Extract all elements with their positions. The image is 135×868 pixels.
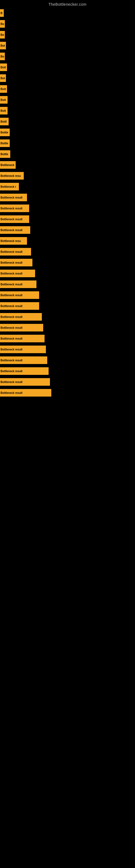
bar-item: Bottleneck result [0, 270, 35, 277]
bar-item: Bot [0, 42, 6, 50]
bar-item: Bottleneck result [0, 389, 51, 397]
bar-label: Bottleneck result [1, 294, 22, 297]
bar-item: Bottle [0, 129, 10, 136]
bar-row: Bottle [0, 127, 135, 138]
bar-label: Bottleneck result [1, 272, 22, 275]
bar-item: Bottleneck result [0, 226, 30, 234]
bar-label: Bottleneck result [1, 283, 22, 286]
bar-item: Bottleneck result [0, 335, 45, 342]
bar-label: Bottleneck result [1, 348, 22, 351]
bar-row: Bottleneck result [0, 344, 135, 355]
bar-row: Bottleneck result [0, 388, 135, 398]
bar-row: Bottleneck resu [0, 236, 135, 246]
bar-label: Bott [1, 66, 6, 69]
bar-item: Bott [0, 107, 8, 115]
site-title: TheBottlenecker.com [0, 0, 135, 8]
bar-item: Bo [0, 31, 5, 38]
bar-label: Bottleneck result [1, 261, 22, 264]
bar-row: Bottleneck result [0, 279, 135, 290]
bar-row: Bottleneck result [0, 376, 135, 388]
bar-item: Bottleneck r [0, 183, 19, 190]
bar-label: Bo [1, 33, 4, 36]
bar-label: Bo [1, 23, 4, 26]
bar-row: Bottleneck result [0, 322, 135, 333]
bar-item: Bottleneck resu [0, 172, 24, 180]
bar-item: Bottl [0, 118, 9, 125]
bar-row: Bot [0, 40, 135, 51]
bar-row: Bottleneck result [0, 301, 135, 311]
bar-item: Bottleneck result [0, 324, 43, 332]
bar-label: Bott [1, 98, 6, 101]
bar-label: Bottleneck result [1, 392, 22, 394]
bar-row: Bottleneck result [0, 355, 135, 366]
bar-label: Bottleneck r [1, 185, 16, 188]
bar-row: Bottle [0, 138, 135, 149]
bar-row: Bottleneck result [0, 203, 135, 214]
bar-row: B [0, 8, 135, 19]
bar-row: Bott [0, 84, 135, 94]
bar-item: B [0, 9, 4, 17]
bar-row: Bottleneck result [0, 214, 135, 225]
bar-label: Bottleneck result [1, 370, 22, 373]
bar-row: Bott [0, 62, 135, 73]
bar-item: Bottleneck result [0, 280, 37, 288]
bar-label: Bottl [1, 120, 7, 123]
bar-item: Bott [0, 85, 7, 93]
bar-row: Bottle [0, 149, 135, 159]
bar-label: Bott [1, 88, 6, 91]
bar-label: Bott [1, 109, 6, 112]
bar-label: Bot [1, 77, 5, 80]
bar-item: Bottleneck result [0, 291, 39, 299]
bar-item: Bottle [0, 150, 10, 158]
bar-label: Bottle [1, 131, 8, 134]
bar-row: Bottleneck r [0, 181, 135, 192]
bar-item: Bottleneck result [0, 356, 47, 364]
bar-item: Bottleneck [0, 161, 16, 169]
bar-label: Bottleneck result [1, 250, 22, 253]
bar-label: Bottleneck result [1, 326, 22, 329]
bar-item: Bottleneck result [0, 367, 49, 375]
bar-label: Bottleneck result [1, 337, 22, 340]
bars-container: BBoBoBotBoBottBotBottBottBottBottlBottle… [0, 8, 135, 398]
bar-row: Bottleneck result [0, 268, 135, 279]
bar-label: Bottleneck result [1, 218, 22, 221]
bar-item: Bo [0, 20, 5, 28]
bar-row: Bottleneck result [0, 192, 135, 203]
bar-row: Bottleneck result [0, 290, 135, 301]
bar-item: Bottleneck result [0, 205, 29, 212]
bar-row: Bott [0, 105, 135, 116]
bar-label: Bottleneck result [1, 305, 22, 308]
bar-row: Bottleneck result [0, 246, 135, 257]
bar-item: Bottleneck result [0, 248, 31, 255]
bar-item: Bottle [0, 140, 10, 147]
bar-item: Bott [0, 96, 8, 104]
bar-item: Bottleneck resu [0, 237, 27, 245]
bar-item: Bottleneck result [0, 302, 39, 310]
bar-label: Bottleneck result [1, 196, 22, 199]
bar-item: Bott [0, 63, 7, 71]
bar-item: Bottleneck result [0, 259, 32, 267]
bar-label: Bo [1, 55, 4, 58]
bar-row: Bo [0, 19, 135, 29]
bar-row: Bottl [0, 116, 135, 127]
bar-row: Bottleneck [0, 159, 135, 170]
bar-label: Bottleneck result [1, 359, 22, 362]
bar-row: Bottleneck result [0, 366, 135, 376]
bar-item: Bot [0, 74, 6, 82]
bar-label: Bottleneck result [1, 229, 22, 231]
bar-row: Bottleneck result [0, 333, 135, 344]
bar-item: Bottleneck result [0, 194, 27, 201]
bar-label: Bottle [1, 142, 8, 145]
bar-label: B [1, 12, 2, 14]
bar-item: Bottleneck result [0, 215, 29, 223]
bar-label: Bottleneck resu [1, 175, 21, 177]
bar-row: Bot [0, 73, 135, 84]
bar-row: Bo [0, 51, 135, 62]
bar-label: Bottleneck resu [1, 240, 21, 243]
bar-item: Bo [0, 53, 5, 60]
bar-row: Bottleneck result [0, 257, 135, 268]
bar-item: Bottleneck result [0, 313, 42, 321]
bar-item: Bottleneck result [0, 346, 46, 353]
bar-label: Bot [1, 44, 5, 47]
bar-label: Bottleneck result [1, 207, 22, 210]
